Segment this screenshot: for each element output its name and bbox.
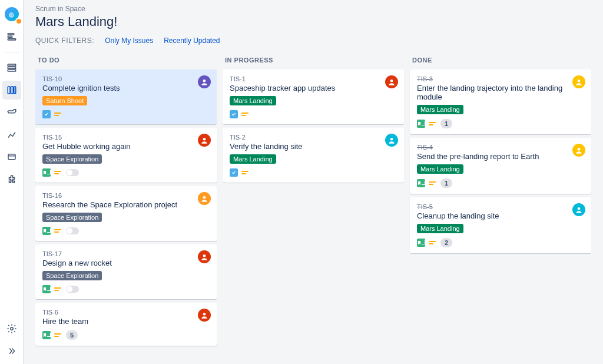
assignee-avatar[interactable]	[572, 203, 585, 216]
filter-only-my-issues[interactable]: Only My Issues	[105, 37, 153, 45]
page-title: Mars Landing!	[35, 14, 591, 29]
assignee-avatar[interactable]	[198, 309, 211, 322]
issue-card[interactable]: TIS-4Send the pre-landing report to Eart…	[410, 138, 591, 194]
issue-card[interactable]: TIS-6Hire the team5	[35, 303, 217, 346]
issue-label[interactable]: Mars Landing	[417, 105, 463, 114]
board-column: TO DOTIS-10Complete ignition testsSaturn…	[35, 53, 217, 356]
issue-key[interactable]: TIS-5	[417, 203, 584, 210]
story-type-icon	[417, 179, 425, 187]
issue-meta	[230, 110, 397, 118]
issue-card[interactable]: TIS-17Design a new rocketSpace Explorati…	[35, 244, 217, 299]
issue-title: Hire the team	[42, 317, 210, 326]
issue-key[interactable]: TIS-6	[42, 309, 210, 316]
issue-label[interactable]: Space Exploration	[42, 154, 102, 164]
svg-rect-8	[14, 87, 15, 94]
svg-point-11	[10, 327, 13, 330]
issue-card[interactable]: TIS-15Get Hubble working againSpace Expl…	[35, 128, 217, 183]
assignee-avatar[interactable]	[572, 75, 585, 88]
issue-card[interactable]: TIS-2Verify the landing siteMars Landing	[223, 128, 404, 183]
nav-expand[interactable]	[2, 342, 21, 360]
issue-title: Send the pre-landing report to Earth	[417, 152, 584, 161]
issue-card[interactable]: TIS-5Cleanup the landing siteMars Landin…	[410, 197, 591, 253]
priority-icon	[429, 179, 437, 187]
breadcrumb[interactable]: Scrum in Space	[35, 5, 591, 13]
column-body: TIS-10Complete ignition testsSaturn Shoo…	[35, 70, 217, 346]
issue-label[interactable]: Mars Landing	[417, 164, 463, 174]
issue-label[interactable]: Space Exploration	[42, 271, 102, 280]
issue-meta	[230, 168, 397, 177]
issue-label[interactable]: Mars Landing	[230, 154, 276, 164]
nav-backlog[interactable]	[2, 58, 21, 77]
assignee-avatar[interactable]	[198, 134, 211, 147]
app-logo[interactable]: ◎	[2, 5, 21, 24]
svg-rect-4	[8, 67, 16, 69]
task-type-icon	[230, 168, 238, 177]
svg-rect-5	[8, 70, 16, 71]
flag-toggle[interactable]	[66, 227, 79, 234]
issue-key[interactable]: TIS-1	[230, 75, 397, 82]
issue-label[interactable]: Mars Landing	[230, 96, 276, 105]
story-type-icon	[42, 168, 51, 177]
svg-point-13	[203, 138, 206, 141]
issue-label[interactable]: Mars Landing	[417, 224, 463, 233]
issue-key[interactable]: TIS-16	[42, 192, 210, 199]
svg-rect-6	[8, 87, 10, 94]
story-points-badge: 1	[440, 178, 452, 188]
priority-icon	[429, 239, 437, 247]
main-content: Scrum in Space Mars Landing! QUICK FILTE…	[24, 0, 603, 364]
issue-meta	[42, 285, 210, 293]
story-points-badge: 1	[440, 119, 452, 128]
story-points-badge: 2	[440, 238, 452, 247]
issue-label[interactable]: Space Exploration	[42, 213, 102, 222]
issue-key[interactable]: TIS-2	[230, 134, 397, 141]
priority-icon	[429, 120, 437, 128]
assignee-avatar[interactable]	[385, 134, 398, 147]
priority-icon	[54, 110, 62, 118]
issue-label[interactable]: Saturn Shoot	[42, 96, 87, 105]
svg-point-18	[390, 138, 393, 141]
column-header: IN PROGRESS	[223, 53, 404, 70]
issue-title: Get Hubble working again	[42, 142, 210, 151]
story-type-icon	[417, 120, 425, 128]
priority-icon	[54, 227, 62, 235]
story-type-icon	[42, 227, 51, 235]
filter-recently-updated[interactable]: Recently Updated	[164, 37, 220, 45]
issue-card[interactable]: TIS-3Enter the landing trajectory into t…	[410, 70, 591, 134]
nav-settings[interactable]	[2, 319, 21, 338]
svg-point-14	[203, 196, 206, 199]
assignee-avatar[interactable]	[198, 192, 211, 205]
svg-point-12	[203, 80, 206, 82]
board-column: IN PROGRESSTIS-1Spaceship tracker app up…	[223, 53, 404, 356]
issue-title: Verify the landing site	[230, 142, 397, 151]
assignee-avatar[interactable]	[198, 75, 211, 88]
task-type-icon	[230, 110, 238, 118]
nav-pages[interactable]	[2, 148, 21, 167]
issue-card[interactable]: TIS-1Spaceship tracker app updatesMars L…	[223, 70, 404, 124]
nav-reports[interactable]	[2, 125, 21, 144]
column-header: TO DO	[35, 53, 217, 70]
svg-point-21	[578, 207, 581, 210]
issue-title: Research the Space Exploration project	[42, 200, 210, 209]
flag-toggle[interactable]	[66, 286, 79, 293]
issue-card[interactable]: TIS-10Complete ignition testsSaturn Shoo…	[35, 70, 217, 124]
nav-addons[interactable]	[2, 170, 21, 189]
issue-key[interactable]: TIS-4	[417, 144, 584, 151]
issue-key[interactable]: TIS-17	[42, 250, 210, 257]
story-type-icon	[42, 331, 51, 339]
nav-roadmap[interactable]	[2, 27, 21, 46]
assignee-avatar[interactable]	[385, 75, 398, 88]
assignee-avatar[interactable]	[198, 250, 211, 263]
issue-key[interactable]: TIS-15	[42, 134, 210, 141]
issue-key[interactable]: TIS-10	[42, 75, 210, 82]
flag-toggle[interactable]	[66, 169, 79, 176]
issue-key[interactable]: TIS-3	[417, 75, 584, 82]
priority-icon	[241, 168, 250, 177]
quick-filters-label: QUICK FILTERS:	[35, 37, 94, 45]
issue-title: Cleanup the landing site	[417, 211, 584, 220]
issue-title: Enter the landing trajectory into the la…	[417, 84, 584, 101]
priority-icon	[54, 331, 62, 339]
assignee-avatar[interactable]	[572, 144, 585, 157]
nav-board[interactable]	[2, 81, 21, 100]
issue-card[interactable]: TIS-16Research the Space Exploration pro…	[35, 186, 217, 241]
nav-releases[interactable]	[2, 103, 21, 122]
